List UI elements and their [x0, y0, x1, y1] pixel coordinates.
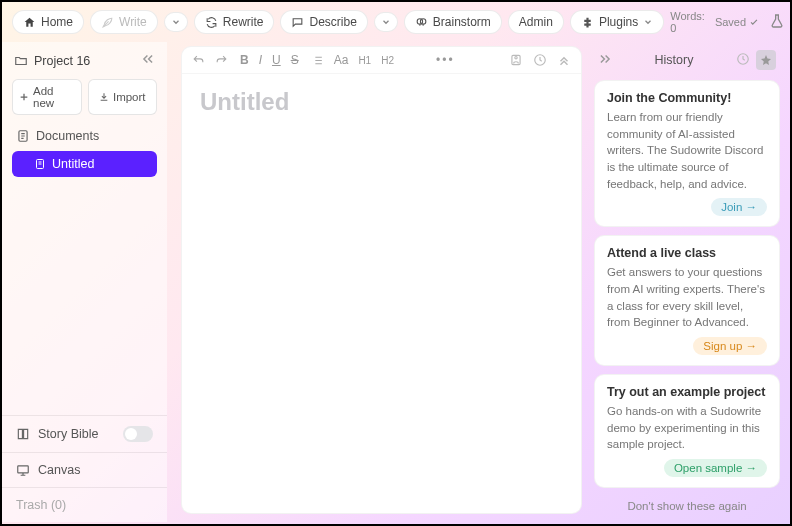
- history-title: History: [612, 53, 736, 67]
- focus-mode-icon[interactable]: [509, 53, 523, 67]
- documents-icon: [16, 129, 30, 143]
- check-icon: [749, 17, 759, 27]
- brainstorm-button[interactable]: Brainstorm: [404, 10, 502, 34]
- join-button[interactable]: Join →: [711, 198, 767, 216]
- open-sample-button[interactable]: Open sample →: [664, 459, 767, 477]
- write-dropdown[interactable]: [164, 12, 188, 32]
- download-icon: [99, 92, 109, 102]
- story-bible-toggle[interactable]: [123, 426, 153, 442]
- rewrite-icon: [205, 16, 218, 29]
- collapse-up-icon[interactable]: [557, 53, 571, 67]
- doc-item-untitled[interactable]: Untitled: [12, 151, 157, 177]
- book-icon: [16, 427, 30, 441]
- editor-card: B I U S Aa H1 H2 •••: [181, 46, 582, 514]
- plus-icon: [19, 92, 29, 102]
- plugins-label: Plugins: [599, 15, 638, 29]
- chat-icon: [291, 16, 304, 29]
- story-bible-row[interactable]: Story Bible: [2, 416, 167, 452]
- add-new-button[interactable]: Add new: [12, 79, 82, 115]
- chevron-down-icon: [171, 17, 181, 27]
- folder-icon: [14, 54, 28, 68]
- italic-button[interactable]: I: [259, 53, 262, 67]
- brainstorm-label: Brainstorm: [433, 15, 491, 29]
- trash-row[interactable]: Trash (0): [2, 487, 167, 522]
- svg-rect-5: [18, 466, 29, 473]
- sidebar: Project 16 Add new Import Documents Unti…: [2, 42, 167, 522]
- write-label: Write: [119, 15, 147, 29]
- more-format-button[interactable]: •••: [436, 53, 455, 67]
- admin-label: Admin: [519, 15, 553, 29]
- card-title: Attend a live class: [607, 246, 767, 260]
- chevron-down-icon: [643, 17, 653, 27]
- collapse-sidebar-icon[interactable]: [141, 52, 155, 69]
- list-button[interactable]: [311, 54, 324, 67]
- editor-body[interactable]: Untitled: [182, 74, 581, 130]
- plugin-icon: [581, 16, 594, 29]
- write-button[interactable]: Write: [90, 10, 158, 34]
- redo-button[interactable]: [215, 54, 228, 67]
- document-title[interactable]: Untitled: [200, 88, 563, 116]
- top-status: Words: 0 Saved: [670, 10, 792, 34]
- rewrite-label: Rewrite: [223, 15, 264, 29]
- underline-button[interactable]: U: [272, 53, 281, 67]
- community-card: Join the Community! Learn from our frien…: [594, 80, 780, 227]
- example-card: Try out an example project Go hands-on w…: [594, 374, 780, 488]
- bold-button[interactable]: B: [240, 53, 249, 67]
- card-body: Get answers to your questions from AI wr…: [607, 264, 767, 331]
- card-title: Try out an example project: [607, 385, 767, 399]
- editor-column: B I U S Aa H1 H2 •••: [167, 42, 590, 522]
- home-label: Home: [41, 15, 73, 29]
- text-style-button[interactable]: Aa: [334, 53, 349, 67]
- h2-button[interactable]: H2: [381, 55, 394, 66]
- documents-section[interactable]: Documents: [2, 123, 167, 149]
- chevron-down-icon: [381, 17, 391, 27]
- history-clock-small-icon[interactable]: [736, 52, 750, 69]
- svg-point-7: [515, 57, 517, 59]
- signup-button[interactable]: Sign up →: [693, 337, 767, 355]
- saved-status: Saved: [715, 16, 759, 28]
- format-toolbar: B I U S Aa H1 H2 •••: [182, 47, 581, 74]
- card-body: Go hands-on with a Sudowrite demo by exp…: [607, 403, 767, 453]
- project-title[interactable]: Project 16: [14, 54, 90, 68]
- top-toolbar: Home Write Rewrite Describe Brainstorm A…: [2, 2, 790, 42]
- undo-button[interactable]: [192, 54, 205, 67]
- canvas-icon: [16, 463, 30, 477]
- words-counter: Words: 0: [670, 10, 705, 34]
- describe-dropdown[interactable]: [374, 12, 398, 32]
- import-button[interactable]: Import: [88, 79, 158, 115]
- plugins-button[interactable]: Plugins: [570, 10, 664, 34]
- page-icon: [34, 158, 46, 170]
- describe-button[interactable]: Describe: [280, 10, 367, 34]
- home-icon: [23, 16, 36, 29]
- labs-icon[interactable]: [769, 13, 785, 31]
- expand-history-icon[interactable]: [598, 52, 612, 69]
- canvas-row[interactable]: Canvas: [2, 452, 167, 487]
- history-panel: History Join the Community! Learn from o…: [590, 42, 790, 522]
- home-button[interactable]: Home: [12, 10, 84, 34]
- describe-label: Describe: [309, 15, 356, 29]
- brain-icon: [415, 16, 428, 29]
- feather-icon: [101, 16, 114, 29]
- dont-show-link[interactable]: Don't show these again: [594, 496, 780, 516]
- class-card: Attend a live class Get answers to your …: [594, 235, 780, 366]
- history-clock-icon[interactable]: [533, 53, 547, 67]
- star-button[interactable]: [756, 50, 776, 70]
- admin-button[interactable]: Admin: [508, 10, 564, 34]
- star-icon: [760, 54, 772, 66]
- h1-button[interactable]: H1: [358, 55, 371, 66]
- strike-button[interactable]: S: [291, 53, 299, 67]
- card-title: Join the Community!: [607, 91, 767, 105]
- rewrite-button[interactable]: Rewrite: [194, 10, 275, 34]
- card-body: Learn from our friendly community of AI-…: [607, 109, 767, 192]
